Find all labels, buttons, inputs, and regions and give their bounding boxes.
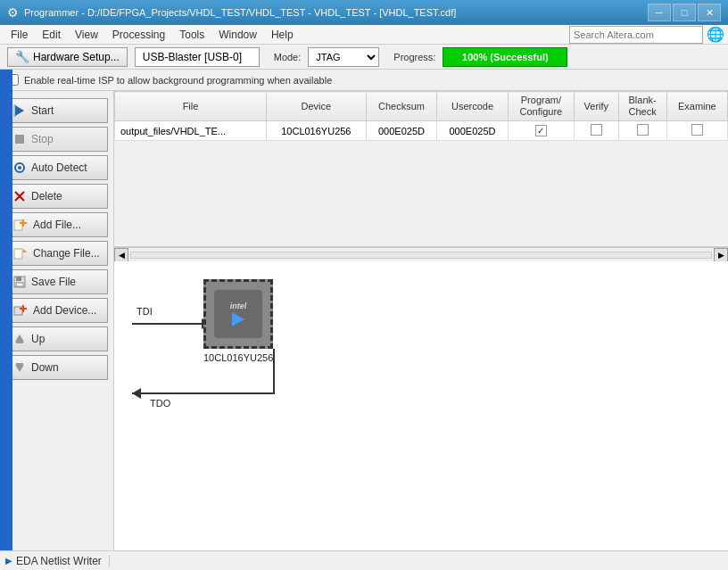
status-item-eda: ▶ EDA Netlist Writer: [5, 555, 110, 567]
delete-icon: [13, 190, 26, 202]
scroll-left-button[interactable]: ◀: [114, 248, 128, 262]
close-button[interactable]: ✕: [698, 4, 721, 21]
down-icon: [13, 361, 26, 374]
file-table: File Device Checksum Usercode Program/Co…: [114, 91, 728, 141]
add-device-button[interactable]: Add Device...: [5, 298, 108, 323]
tdi-line: [132, 323, 203, 325]
hardware-setup-button[interactable]: 🔧 Hardware Setup...: [7, 47, 128, 67]
add-file-button[interactable]: Add File...: [5, 212, 108, 237]
start-label: Start: [31, 104, 54, 117]
auto-detect-button[interactable]: Auto Detect: [5, 155, 108, 180]
save-file-icon: [13, 276, 26, 288]
diagram-area: TDI intel 10CL016YU256 TDO: [114, 261, 728, 550]
menu-file[interactable]: File: [4, 27, 35, 43]
delete-button[interactable]: Delete: [5, 184, 108, 209]
svg-rect-10: [14, 249, 22, 259]
sidebar: Start Stop Auto Detect Delete: [0, 91, 114, 550]
toolbar: 🔧 Hardware Setup... USB-Blaster [USB-0] …: [0, 45, 728, 70]
delete-label: Delete: [31, 190, 62, 202]
down-button[interactable]: Down: [5, 355, 108, 380]
menu-edit[interactable]: Edit: [35, 27, 68, 43]
svg-rect-12: [16, 277, 21, 281]
blank-check-checkbox[interactable]: [637, 124, 649, 136]
chip-label: 10CL016YU256: [203, 352, 273, 363]
left-strip: [0, 45, 12, 550]
svg-point-4: [18, 166, 21, 169]
auto-detect-icon: [13, 161, 26, 174]
program-checkbox[interactable]: [535, 125, 547, 136]
cell-program[interactable]: [508, 121, 574, 141]
svg-rect-7: [14, 220, 22, 230]
cell-examine[interactable]: [666, 121, 727, 141]
table-row: output_files/VHDL_TE... 10CL016YU256 000…: [115, 121, 728, 141]
col-file: File: [115, 92, 267, 121]
tdo-line-vertical: [273, 349, 275, 393]
svg-rect-20: [16, 363, 23, 366]
tdo-arrow: [132, 388, 141, 399]
usb-blaster-display: USB-Blaster [USB-0]: [135, 47, 260, 67]
hw-setup-icon: 🔧: [15, 50, 29, 63]
change-file-button[interactable]: Change File...: [5, 241, 108, 266]
col-verify: Verify: [575, 92, 619, 121]
add-device-icon: [13, 304, 28, 317]
add-file-label: Add File...: [33, 219, 81, 231]
examine-checkbox[interactable]: [691, 124, 703, 136]
up-icon: [13, 333, 26, 345]
save-file-button[interactable]: Save File: [5, 269, 108, 294]
mode-label: Mode:: [274, 52, 302, 62]
menu-view[interactable]: View: [68, 27, 105, 43]
cell-file: output_files/VHDL_TE...: [115, 121, 267, 141]
down-label: Down: [31, 361, 59, 374]
status-label-eda: EDA Netlist Writer: [16, 555, 102, 567]
search-input[interactable]: [569, 26, 703, 44]
window-title: Programmer - D:/IDE/FPGA_Projects/VHDL_T…: [24, 7, 456, 18]
menu-help[interactable]: Help: [264, 27, 301, 43]
menu-tools[interactable]: Tools: [172, 27, 211, 43]
svg-rect-1: [13, 104, 16, 117]
mode-select[interactable]: JTAG AS PS: [308, 47, 379, 67]
col-checksum: Checksum: [366, 92, 437, 121]
status-bar: ▶ EDA Netlist Writer: [0, 550, 728, 570]
up-button[interactable]: Up: [5, 326, 108, 351]
cell-verify[interactable]: [575, 121, 619, 141]
scroll-track[interactable]: [130, 252, 712, 259]
hw-setup-label: Hardware Setup...: [33, 51, 120, 63]
tdo-label: TDO: [150, 398, 170, 409]
chip-inner: intel: [214, 290, 262, 338]
main-content: Start Stop Auto Detect Delete: [0, 91, 728, 550]
maximize-button[interactable]: □: [673, 4, 696, 21]
stop-button[interactable]: Stop: [5, 127, 108, 152]
cell-checksum: 000E025D: [366, 121, 437, 141]
stop-icon: [13, 133, 26, 145]
cell-blank-check[interactable]: [618, 121, 666, 141]
progress-indicator: 100% (Successful): [443, 47, 567, 67]
menu-bar: File Edit View Processing Tools Window H…: [0, 25, 728, 45]
menu-processing[interactable]: Processing: [105, 27, 172, 43]
chip-diagram: TDI intel 10CL016YU256 TDO: [203, 279, 273, 363]
svg-marker-17: [15, 335, 24, 342]
right-panel: File Device Checksum Usercode Program/Co…: [114, 91, 728, 550]
change-file-label: Change File...: [33, 247, 100, 260]
change-file-icon: [13, 247, 28, 260]
col-blank-check: Blank-Check: [618, 92, 666, 121]
horizontal-scrollbar[interactable]: ◀ ▶: [114, 247, 728, 261]
scroll-right-button[interactable]: ▶: [714, 248, 728, 262]
app-icon: ⚙: [7, 5, 19, 20]
file-table-container: File Device Checksum Usercode Program/Co…: [114, 91, 728, 247]
start-button[interactable]: Start: [5, 98, 108, 123]
tdi-label: TDI: [136, 306, 153, 317]
cell-device: 10CL016YU256: [267, 121, 367, 141]
svg-rect-13: [16, 283, 23, 286]
verify-checkbox[interactable]: [591, 124, 602, 136]
intel-logo: intel: [230, 302, 247, 310]
tdo-line-horizontal: [132, 392, 275, 394]
svg-marker-19: [15, 365, 24, 372]
minimize-button[interactable]: ─: [648, 4, 671, 21]
chip-arrow-indicator: [232, 312, 244, 326]
svg-rect-2: [15, 135, 24, 144]
title-bar: ⚙ Programmer - D:/IDE/FPGA_Projects/VHDL…: [0, 0, 728, 25]
col-examine: Examine: [666, 92, 727, 121]
menu-window[interactable]: Window: [211, 27, 264, 43]
progress-label: Progress:: [393, 52, 435, 62]
cell-usercode: 000E025D: [437, 121, 509, 141]
